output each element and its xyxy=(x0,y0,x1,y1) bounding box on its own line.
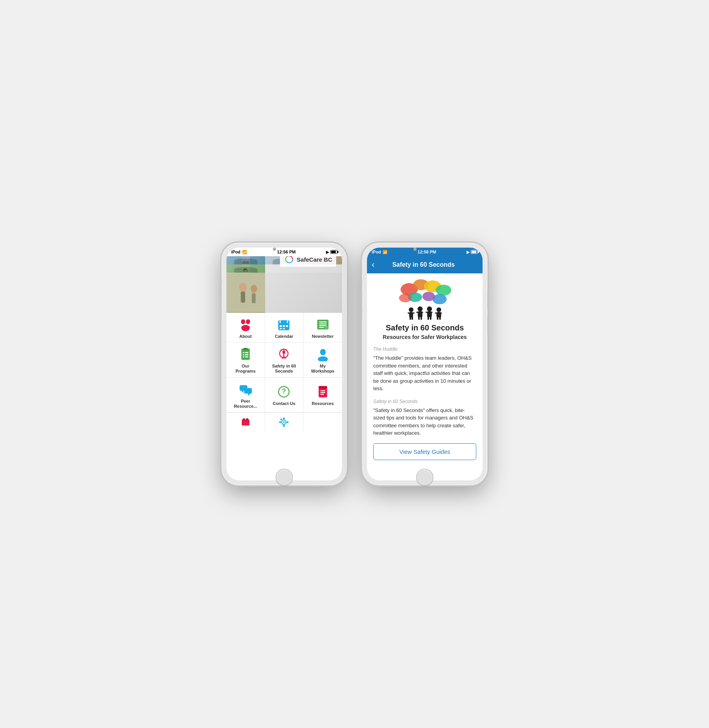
svg-rect-35 xyxy=(280,320,281,323)
phones-container: iPod 📶 12:56 PM ▶ xyxy=(222,243,487,485)
menu-item-safety60[interactable]: Safety in 60Seconds xyxy=(265,343,304,377)
svg-point-19 xyxy=(243,270,245,272)
menu-item-contact[interactable]: ? Contact Us xyxy=(265,378,304,412)
menu-item-calendar[interactable]: Calendar xyxy=(265,313,304,343)
svg-point-20 xyxy=(246,270,248,272)
phone-1: iPod 📶 12:56 PM ▶ xyxy=(222,243,347,485)
svg-marker-68 xyxy=(241,391,243,393)
svg-point-24 xyxy=(239,283,247,292)
svg-rect-85 xyxy=(283,425,285,427)
svg-point-109 xyxy=(427,307,432,312)
time-2: 12:58 PM xyxy=(418,250,436,254)
section-text-2: "Safety in 60 Seconds" offers quick, bit… xyxy=(373,407,476,437)
status-left-1: iPod 📶 xyxy=(231,250,247,254)
svg-rect-75 xyxy=(319,386,327,389)
svg-rect-52 xyxy=(245,352,248,353)
signal-icon-1: ▶ xyxy=(326,250,329,254)
nav-bar-2: ‹ Safety in 60 Seconds xyxy=(367,256,483,273)
resources-icon xyxy=(316,385,330,399)
svg-rect-78 xyxy=(320,394,324,395)
svg-rect-38 xyxy=(283,325,285,327)
menu-grid: About Calen xyxy=(226,313,342,412)
section-text-1: "The Huddle" provides team leaders, OH&S… xyxy=(373,354,476,393)
programs-icon xyxy=(239,347,253,361)
newsletter-icon xyxy=(316,318,330,332)
svg-rect-102 xyxy=(412,317,413,320)
svg-rect-50 xyxy=(243,348,248,350)
status-bar-1: iPod 📶 12:56 PM ▶ xyxy=(226,248,342,256)
battery-fill-1 xyxy=(331,251,336,253)
svg-rect-31 xyxy=(241,326,250,329)
svg-rect-84 xyxy=(283,418,285,419)
svg-rect-21 xyxy=(244,269,247,270)
svg-rect-51 xyxy=(243,352,244,353)
svg-rect-25 xyxy=(241,292,245,303)
svg-text:?: ? xyxy=(282,388,286,396)
partial-row xyxy=(226,412,342,432)
left-buttons-2 xyxy=(361,278,362,319)
svg-rect-80 xyxy=(243,418,245,420)
calendar-icon xyxy=(277,318,291,332)
partial-item-1[interactable] xyxy=(226,413,265,432)
battery-2 xyxy=(471,250,478,254)
svg-rect-5 xyxy=(242,262,249,264)
screen-1: iPod 📶 12:56 PM ▶ xyxy=(226,248,342,480)
menu-item-resources[interactable]: Resources xyxy=(303,378,342,412)
svg-rect-105 xyxy=(416,312,419,313)
svg-rect-113 xyxy=(428,316,429,320)
svg-rect-56 xyxy=(245,357,248,358)
menu-item-workshops[interactable]: MyWorkshops xyxy=(303,343,342,377)
svg-rect-108 xyxy=(420,316,422,320)
detail-hero xyxy=(373,280,476,319)
svg-rect-46 xyxy=(319,327,324,328)
svg-point-94 xyxy=(422,292,435,301)
svg-rect-119 xyxy=(437,317,438,320)
menu-item-newsletter[interactable]: Newsletter xyxy=(303,313,342,343)
svg-rect-53 xyxy=(243,354,244,355)
peer-label: PeerResource... xyxy=(234,399,257,409)
svg-rect-4 xyxy=(247,261,248,262)
svg-rect-88 xyxy=(280,418,283,421)
svg-rect-17 xyxy=(242,264,250,273)
status-right-2: ▶ xyxy=(467,250,478,254)
app-logo: SafeCare BC xyxy=(280,256,336,267)
svg-point-18 xyxy=(244,267,245,269)
contact-label: Contact Us xyxy=(273,401,295,406)
svg-rect-36 xyxy=(287,320,289,323)
home-button-1[interactable] xyxy=(276,469,293,486)
left-buttons-1 xyxy=(220,278,222,319)
svg-rect-41 xyxy=(283,328,285,329)
svg-point-65 xyxy=(320,349,325,355)
back-button[interactable]: ‹ xyxy=(372,261,374,269)
svg-rect-69 xyxy=(244,388,252,393)
home-button-2[interactable] xyxy=(416,469,433,486)
partial-item-3 xyxy=(303,413,342,432)
section-label-1: The Huddle xyxy=(373,346,476,352)
svg-point-115 xyxy=(436,307,441,312)
status-left-2: iPod 📶 xyxy=(372,250,387,254)
svg-rect-99 xyxy=(408,312,411,314)
svg-point-83 xyxy=(283,421,285,423)
svg-point-3 xyxy=(246,259,248,261)
svg-rect-106 xyxy=(420,312,423,313)
signal-icon-2: ▶ xyxy=(467,250,470,254)
svg-rect-0 xyxy=(242,256,250,264)
partial-item-2[interactable] xyxy=(265,413,304,432)
view-guides-button[interactable]: View Safety Guides xyxy=(373,443,476,460)
detail-content: Safety in 60 Seconds Resources for Safer… xyxy=(367,273,483,480)
workshops-icon xyxy=(316,347,330,361)
about-label: About xyxy=(239,334,252,339)
menu-item-about[interactable]: About xyxy=(226,313,265,343)
detail-title: Safety in 60 Seconds xyxy=(373,323,476,332)
safety60-icon xyxy=(277,347,291,361)
menu-item-programs[interactable]: OurPrograms xyxy=(226,343,265,377)
svg-rect-43 xyxy=(319,321,327,323)
svg-rect-117 xyxy=(435,312,438,314)
menu-item-peer[interactable]: PeerResource... xyxy=(226,378,265,412)
wifi-icon-1: 📶 xyxy=(242,250,247,254)
screen-2: iPod 📶 12:58 PM ▶ ‹ Safety in 60 Seconds xyxy=(367,248,483,480)
svg-rect-54 xyxy=(245,354,248,355)
svg-rect-111 xyxy=(426,312,429,313)
status-right-1: ▶ xyxy=(326,250,337,254)
svg-rect-40 xyxy=(280,328,282,329)
